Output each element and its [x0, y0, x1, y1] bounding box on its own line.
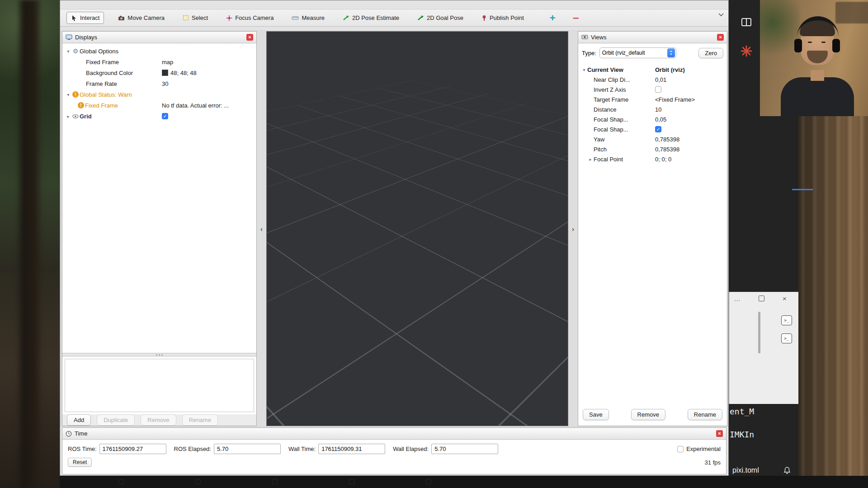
render-viewport[interactable] — [266, 31, 568, 426]
file-label: pixi.toml — [732, 466, 759, 474]
invert-z-checkbox[interactable] — [655, 86, 661, 93]
desktop: … × >_ >_ ent_M IMKIn pixi.toml Interact — [0, 0, 868, 488]
row-value[interactable]: 30 — [162, 80, 168, 87]
chevron-down-icon[interactable]: ▾ — [65, 92, 71, 97]
row-value[interactable]: 0; 0; 0 — [655, 156, 671, 163]
row-value[interactable]: 0,785398 — [655, 136, 679, 143]
color-value-text: 48; 48; 48 — [170, 70, 197, 76]
row-value[interactable]: 0,785398 — [655, 146, 679, 153]
tree-row[interactable]: Invert Z Axis — [578, 84, 727, 94]
panel-collapse-right[interactable]: › — [568, 31, 578, 426]
save-button[interactable]: Save — [583, 409, 609, 420]
time-bottom-row: Reset 31 fps — [62, 454, 726, 467]
ros-elapsed-input[interactable] — [214, 444, 281, 454]
wall-time-field: Wall Time: — [288, 444, 385, 454]
tree-row[interactable]: Fixed Frame No tf data. Actual error: ..… — [62, 100, 256, 111]
add-tool-button[interactable]: + — [550, 12, 556, 24]
terminal-icon[interactable]: >_ — [781, 333, 792, 343]
row-value[interactable]: 48; 48; 48 — [162, 70, 197, 76]
views-buttons-row: Save Remove Rename — [578, 409, 727, 426]
field-label: Wall Elapsed: — [393, 446, 429, 452]
tree-row[interactable]: Yaw 0,785398 — [578, 134, 727, 144]
plant-decoration — [760, 0, 800, 63]
expand-icon[interactable] — [759, 296, 764, 301]
chevron-right-icon[interactable]: ▸ — [587, 157, 594, 162]
tree-row[interactable]: Frame Rate 30 — [62, 78, 256, 89]
tool-select[interactable]: Select — [179, 12, 212, 23]
wall-time-input[interactable] — [318, 444, 385, 454]
row-value[interactable]: 0,05 — [655, 116, 666, 123]
zero-button[interactable]: Zero — [698, 48, 723, 58]
experimental-checkbox[interactable] — [677, 446, 684, 452]
view-type-dropdown[interactable]: Orbit (rviz_default ▲▼ — [599, 47, 676, 58]
row-key: Near Clip Di... — [594, 76, 630, 83]
more-options-icon[interactable]: … — [734, 295, 741, 302]
ros-time-input[interactable] — [99, 444, 166, 454]
tree-row[interactable]: ▾ Global Status: Warn — [62, 89, 256, 100]
wall-elapsed-input[interactable] — [431, 444, 498, 454]
time-panel: Time × ROS Time: ROS Elapsed: Wall Time: — [62, 427, 726, 474]
tool-2d-pose-estimate[interactable]: 2D Pose Estimate — [339, 12, 403, 23]
tree-row[interactable]: Pitch 0,785398 — [578, 144, 727, 154]
tool-2d-goal-pose[interactable]: 2D Goal Pose — [413, 12, 467, 23]
tool-focus-camera[interactable]: Focus Camera — [222, 12, 278, 23]
scrollbar[interactable] — [758, 312, 760, 353]
toolbar-overflow-chevron-icon[interactable] — [718, 13, 724, 16]
tool-measure[interactable]: Measure — [288, 12, 329, 23]
row-value[interactable]: 10 — [655, 106, 661, 113]
views-panel-titlebar[interactable]: Views × — [578, 32, 727, 43]
select-icon — [183, 15, 189, 21]
panel-collapse-left[interactable]: ‹ — [257, 31, 266, 426]
tree-row[interactable]: Fixed Frame map — [62, 56, 256, 67]
remove-tool-button[interactable]: − — [573, 12, 579, 24]
tree-row[interactable]: Focal Shap... — [578, 124, 727, 134]
collapse-right-icon[interactable]: › — [572, 225, 574, 233]
enabled-checkbox[interactable] — [162, 113, 168, 119]
tree-row[interactable]: ▸ Focal Point 0; 0; 0 — [578, 154, 727, 164]
tree-row[interactable]: Near Clip Di... 0,01 — [578, 75, 727, 84]
experimental-toggle[interactable]: Experimental — [677, 446, 721, 452]
panel-close-button[interactable]: × — [246, 34, 253, 41]
panel-close-button[interactable]: × — [716, 430, 723, 437]
row-value[interactable]: <Fixed Frame> — [655, 96, 695, 103]
dropdown-stepper-icon[interactable]: ▲▼ — [667, 48, 675, 57]
views-panel: Views × Type: Orbit (rviz_default ▲▼ Zer… — [578, 31, 727, 426]
bell-icon[interactable] — [783, 466, 791, 474]
tool-label: Measure — [302, 14, 325, 21]
panel-close-button[interactable]: × — [717, 34, 724, 41]
time-panel-titlebar[interactable]: Time × — [62, 428, 726, 440]
terminal-icon[interactable]: >_ — [781, 315, 792, 325]
remove-button[interactable]: Remove — [631, 409, 665, 420]
tree-row[interactable]: Background Color 48; 48; 48 — [62, 67, 256, 78]
tool-interact[interactable]: Interact — [66, 12, 104, 24]
tree-row[interactable]: Focal Shap... 0,05 — [578, 114, 727, 124]
displays-panel-titlebar[interactable]: Displays × — [62, 32, 256, 43]
panel-splitter[interactable] — [62, 353, 256, 357]
chevron-right-icon[interactable]: ▸ — [65, 114, 71, 119]
row-value[interactable]: 0,01 — [655, 76, 666, 83]
tree-row[interactable]: ▾ Current View Orbit (rviz) — [578, 65, 727, 75]
person-neck — [811, 70, 824, 81]
tree-row[interactable]: Distance 10 — [578, 104, 727, 114]
panel-title-text: Displays — [75, 34, 97, 41]
displays-buttons-row: Add Duplicate Remove Rename — [62, 414, 256, 426]
tool-move-camera[interactable]: Move Camera — [114, 12, 169, 23]
window-titlebar[interactable] — [60, 0, 728, 9]
chevron-down-icon[interactable]: ▾ — [581, 67, 587, 72]
reset-button[interactable]: Reset — [68, 458, 92, 467]
collapse-left-icon[interactable]: ‹ — [260, 225, 263, 233]
rename-button[interactable]: Rename — [688, 409, 722, 420]
row-value: Orbit (rviz) — [655, 66, 685, 73]
chevron-down-icon[interactable]: ▾ — [65, 49, 71, 54]
close-icon[interactable]: × — [783, 295, 787, 302]
add-button[interactable]: Add — [67, 414, 91, 426]
tool-publish-point[interactable]: Publish Point — [477, 12, 528, 23]
focal-shape-checkbox[interactable] — [655, 126, 661, 132]
layout-columns-icon[interactable] — [741, 18, 751, 26]
dropdown-value: Orbit (rviz_default — [600, 50, 667, 56]
tree-row[interactable]: ▾ ⚙ Global Options — [62, 46, 256, 56]
tree-row[interactable]: Target Frame <Fixed Frame> — [578, 94, 727, 104]
row-value[interactable]: map — [162, 59, 173, 66]
tree-row[interactable]: ▸ Grid — [62, 111, 256, 122]
webcam-overlay — [760, 0, 868, 116]
